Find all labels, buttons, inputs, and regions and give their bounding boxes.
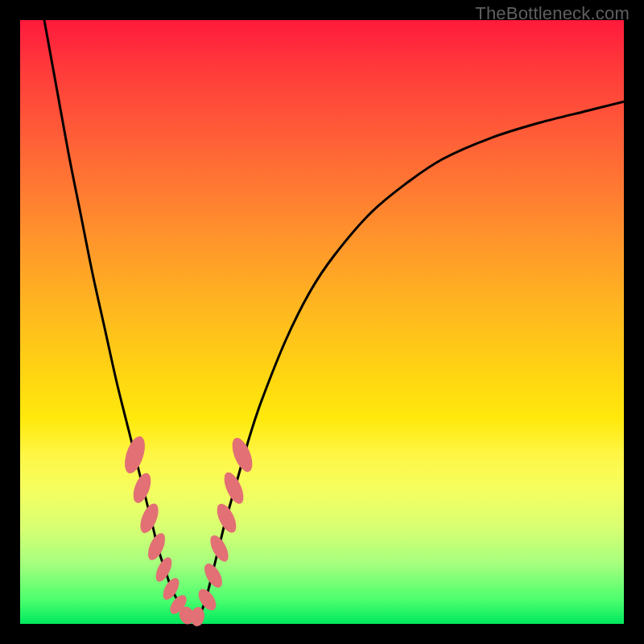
data-marker — [145, 530, 169, 563]
data-marker — [137, 501, 162, 535]
curve-right — [196, 101, 625, 621]
data-marker — [228, 435, 256, 474]
data-marker — [207, 533, 233, 565]
outer-frame: TheBottleneck.com — [0, 0, 644, 644]
curve-left — [44, 20, 189, 621]
data-marker — [130, 471, 154, 506]
data-marker — [221, 469, 248, 506]
marker-group — [121, 434, 256, 627]
chart-svg — [20, 20, 624, 624]
data-marker — [121, 434, 149, 476]
data-marker — [213, 501, 240, 535]
